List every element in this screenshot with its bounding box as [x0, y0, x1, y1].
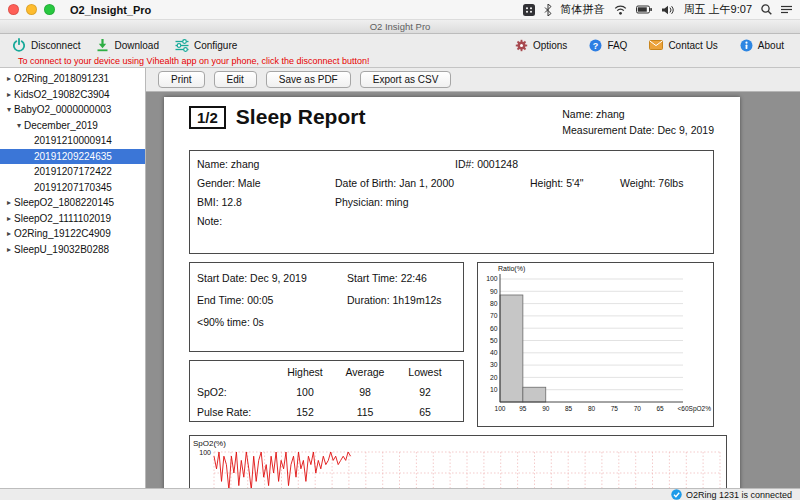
minimize-window-button[interactable] [26, 4, 37, 15]
chevron-right-icon[interactable]: ▸ [4, 214, 14, 223]
close-window-button[interactable] [8, 4, 19, 15]
tree-item[interactable]: ▾December_2019 [0, 118, 145, 134]
contact-us-button[interactable]: Contact Us [649, 40, 717, 51]
tree-item[interactable]: 20191209224635 [0, 149, 145, 165]
about-button[interactable]: About [740, 39, 784, 52]
svg-text:70: 70 [634, 405, 642, 412]
window-controls [8, 4, 62, 15]
wifi-icon[interactable] [614, 5, 627, 15]
edit-button[interactable]: Edit [214, 71, 257, 88]
menu-extra-icon[interactable] [523, 4, 535, 16]
about-info-icon [740, 39, 753, 52]
battery-icon[interactable] [636, 5, 653, 14]
tree-item-label: SleepU_19032B0288 [14, 244, 109, 255]
chevron-down-icon[interactable]: ▾ [4, 105, 14, 114]
configure-label: Configure [194, 40, 237, 51]
volume-icon[interactable] [662, 5, 675, 15]
tree-item[interactable]: ▸O2Ring_2018091231 [0, 71, 145, 87]
report-title: Sleep Report [236, 105, 366, 129]
window-title: O2 Insight Pro [370, 21, 431, 32]
tree-item[interactable]: 20191207170345 [0, 180, 145, 196]
spotlight-search-icon[interactable] [761, 4, 772, 15]
download-label: Download [114, 40, 158, 51]
tree-item[interactable]: ▾BabyO2_0000000003 [0, 102, 145, 118]
stats-header-average: Average [335, 362, 395, 382]
status-bar: O2Ring 1231 is connected [0, 488, 800, 500]
svg-text:Ratio(%): Ratio(%) [498, 265, 525, 273]
notification-center-icon[interactable] [781, 5, 792, 14]
tree-item-label: 20191210000914 [34, 135, 112, 146]
stats-pulse-average: 115 [335, 402, 395, 422]
svg-text:50: 50 [490, 337, 498, 344]
tree-item-label: SleepO2_1808220145 [14, 197, 114, 208]
svg-text:<60: <60 [677, 405, 688, 412]
faq-question-icon: ? [589, 39, 602, 52]
menubar-clock[interactable]: 周五 上午9:07 [684, 2, 752, 17]
options-label: Options [533, 40, 567, 51]
tree-item[interactable]: 20191210000914 [0, 133, 145, 149]
connection-status: O2Ring 1231 is connected [686, 490, 792, 500]
chevron-right-icon[interactable]: ▸ [4, 229, 14, 238]
chevron-right-icon[interactable]: ▸ [4, 245, 14, 254]
disconnect-button[interactable]: Disconnect [12, 38, 80, 52]
print-button[interactable]: Print [158, 71, 205, 88]
svg-text:100: 100 [486, 275, 498, 282]
disconnect-icon [12, 38, 26, 52]
svg-text:90: 90 [542, 405, 550, 412]
bluetooth-icon[interactable] [544, 4, 552, 16]
download-button[interactable]: Download [96, 38, 158, 52]
tree-item[interactable]: ▸SleepO2_1111102019 [0, 211, 145, 227]
tree-item[interactable]: ▸SleepO2_1808220145 [0, 195, 145, 211]
patient-dob: Date of Birth: Jan 1, 2000 [335, 174, 530, 193]
menubar-app-name[interactable]: O2_Insight_Pro [70, 4, 151, 16]
report-canvas: 1/2 Sleep Report Name: zhang Measurement… [146, 92, 800, 488]
stats-spo2-label: SpO2: [190, 382, 275, 402]
svg-text:40: 40 [490, 349, 498, 356]
export-as-csv-button[interactable]: Export as CSV [360, 71, 452, 88]
envelope-icon [649, 40, 663, 50]
chevron-right-icon[interactable]: ▸ [4, 198, 14, 207]
stats-pulse-label: Pulse Rate: [190, 402, 275, 422]
window-titlebar: O2 Insight Pro [0, 20, 800, 34]
configure-button[interactable]: Configure [175, 39, 237, 52]
chevron-down-icon[interactable]: ▾ [14, 121, 24, 130]
svg-text:70: 70 [490, 312, 498, 319]
faq-button[interactable]: ? FAQ [589, 39, 627, 52]
input-source-label[interactable]: 简体拼音 [561, 2, 605, 17]
toolbar: Disconnect Download Configure Options ? [0, 34, 800, 56]
options-button[interactable]: Options [515, 39, 567, 52]
device-tree: ▸O2Ring_2018091231▸KidsO2_19082C3904▾Bab… [0, 68, 146, 488]
tree-item-label: O2Ring_19122C4909 [14, 228, 111, 239]
tree-item[interactable]: ▸SleepU_19032B0288 [0, 242, 145, 258]
tree-item-label: 20191207170345 [34, 182, 112, 193]
tree-item[interactable]: ▸O2Ring_19122C4909 [0, 226, 145, 242]
stats-header-highest: Highest [275, 362, 335, 382]
patient-id: ID#: 0001248 [455, 155, 518, 174]
chevron-right-icon[interactable]: ▸ [4, 90, 14, 99]
svg-text:80: 80 [490, 300, 498, 307]
stats-spo2-lowest: 92 [395, 382, 455, 402]
tree-item-label: BabyO2_0000000003 [14, 104, 111, 115]
session-duration: Duration: 1h19m12s [347, 289, 442, 311]
report-page: 1/2 Sleep Report Name: zhang Measurement… [164, 97, 740, 488]
patient-name: Name: zhang [197, 155, 455, 174]
tree-item[interactable]: ▸KidsO2_19082C3904 [0, 87, 145, 103]
report-header-name: Name: zhang [562, 106, 714, 122]
save-as-pdf-button[interactable]: Save as PDF [266, 71, 351, 88]
stats-pulse-lowest: 65 [395, 402, 455, 422]
about-label: About [758, 40, 784, 51]
svg-text:75: 75 [611, 405, 619, 412]
svg-text:?: ? [593, 40, 599, 50]
patient-info-box: Name: zhang ID#: 0001248 Gender: Male Da… [189, 150, 714, 254]
svg-text:20: 20 [490, 374, 498, 381]
patient-gender: Gender: Male [197, 174, 335, 193]
report-action-bar: Print Edit Save as PDF Export as CSV [146, 68, 800, 92]
tree-item[interactable]: 20191207172422 [0, 164, 145, 180]
chevron-right-icon[interactable]: ▸ [4, 74, 14, 83]
download-icon [96, 38, 109, 52]
zoom-window-button[interactable] [44, 4, 55, 15]
tree-item-label: 20191209224635 [34, 151, 112, 162]
svg-text:65: 65 [657, 405, 665, 412]
report-header-measurement-date: Measurement Date: Dec 9, 2019 [562, 122, 714, 138]
patient-note: Note: [197, 212, 222, 231]
